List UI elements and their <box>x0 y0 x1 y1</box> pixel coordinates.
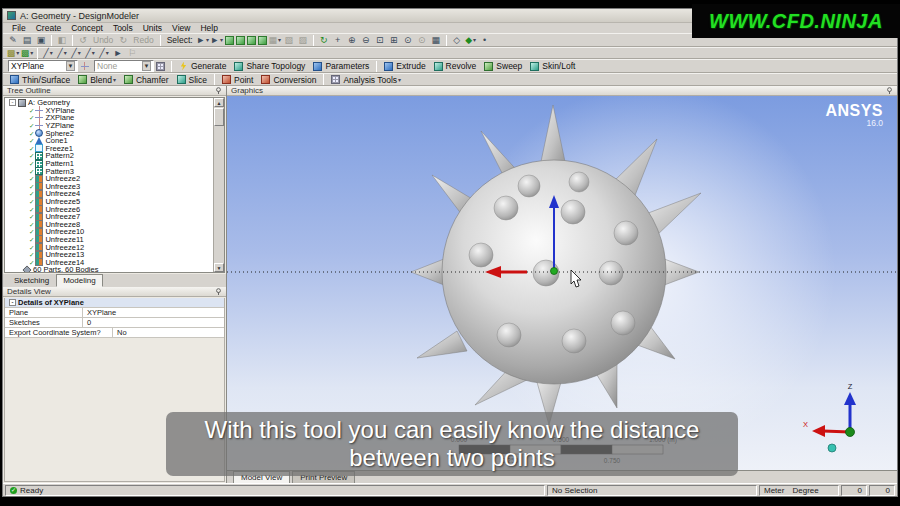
zoom-out-icon[interactable]: ⊖ <box>359 34 373 46</box>
lightning-icon <box>179 62 188 71</box>
status-unit: Meter <box>764 486 784 495</box>
y-axis-ball <box>828 444 836 452</box>
graphics-header: Graphics <box>227 86 897 96</box>
plane-axes-icon[interactable] <box>80 62 89 71</box>
revolve-button[interactable]: Revolve <box>434 61 477 71</box>
details-row[interactable]: Plane XYPlane <box>5 308 224 318</box>
rotate-icon[interactable]: ↻ <box>317 34 331 46</box>
face-color-icon[interactable]: ▩ <box>20 47 34 59</box>
menu-view[interactable]: View <box>167 23 195 33</box>
save-icon[interactable]: ▤ <box>20 34 34 46</box>
box-select-icon[interactable]: ▧ <box>282 34 296 46</box>
undo-icon[interactable]: ↺ <box>76 34 90 46</box>
details-view-header: Details View <box>3 287 226 297</box>
edge-style-5-icon[interactable]: ╱ <box>97 47 111 59</box>
tree-item[interactable]: 60 Parts, 60 Bodies <box>5 266 224 273</box>
parameters-button[interactable]: Parameters <box>313 61 369 71</box>
pan-icon[interactable]: + <box>331 34 345 46</box>
filter-vertex-icon[interactable] <box>225 36 234 45</box>
camera-icon[interactable]: ◧ <box>55 34 69 46</box>
pin-icon[interactable] <box>215 87 222 94</box>
filter-edge-icon[interactable] <box>236 36 245 45</box>
look-at-icon[interactable]: ◇ <box>450 34 464 46</box>
new-sketch-grid-icon[interactable] <box>156 62 165 71</box>
collapse-icon[interactable]: - <box>9 299 16 306</box>
select-label: Select: <box>167 35 193 45</box>
sketch-combobox[interactable]: None ▼ <box>94 60 154 72</box>
previous-view-icon[interactable]: ⊙ <box>415 34 429 46</box>
chevron-down-icon[interactable]: ▼ <box>66 61 75 71</box>
analysis-tools-button[interactable]: Analysis Tools <box>331 75 401 85</box>
slice-button[interactable]: Slice <box>177 75 207 85</box>
conversion-button[interactable]: Conversion <box>261 75 316 85</box>
point-icon <box>222 75 231 84</box>
filter-body-icon[interactable] <box>258 36 267 45</box>
scroll-thumb[interactable] <box>214 108 224 126</box>
extend-selection-icon[interactable]: ▦ <box>268 34 282 46</box>
status-coord-y: 0 <box>869 485 895 496</box>
magnifier-icon[interactable]: ⊙ <box>401 34 415 46</box>
redo-button[interactable]: Redo <box>133 35 153 45</box>
save-all-icon[interactable]: ▣ <box>34 34 48 46</box>
collapse-icon[interactable]: - <box>9 99 16 106</box>
triad-z-label: Z <box>848 382 853 391</box>
plane-combobox[interactable]: XYPlane ▼ <box>8 60 78 72</box>
skin-loft-button[interactable]: Skin/Loft <box>530 61 575 71</box>
undo-button[interactable]: Undo <box>93 35 113 45</box>
menu-file[interactable]: File <box>7 23 31 33</box>
chamfer-button[interactable]: Chamfer <box>124 75 169 85</box>
origin-point <box>551 268 558 275</box>
tab-sketching[interactable]: Sketching <box>7 274 56 287</box>
details-row[interactable]: Export Coordinate System? No <box>5 328 224 338</box>
display-model-icon[interactable]: ◆ <box>464 34 478 46</box>
menu-create[interactable]: Create <box>31 23 67 33</box>
menu-concept[interactable]: Concept <box>66 23 108 33</box>
tree-outline[interactable]: - A: Geometry XYPlane ZXPlane YZPlane Sp… <box>4 97 225 273</box>
menu-help[interactable]: Help <box>195 23 222 33</box>
details-row[interactable]: Sketches 0 <box>5 318 224 328</box>
shading-mode-icon[interactable]: ▩ <box>6 47 20 59</box>
redo-icon[interactable]: ↻ <box>116 34 130 46</box>
toolbar-feature: XYPlane ▼ None ▼ Generate Share Topology… <box>3 59 897 73</box>
display-points-icon[interactable]: • <box>478 34 492 46</box>
scroll-up-icon[interactable]: ▲ <box>214 98 224 107</box>
point-button[interactable]: Point <box>222 75 253 85</box>
select-mode-icon[interactable]: ► <box>196 34 210 46</box>
tab-modeling[interactable]: Modeling <box>56 274 102 287</box>
share-topology-button[interactable]: Share Topology <box>234 61 305 71</box>
lasso-select-icon[interactable]: ▨ <box>296 34 310 46</box>
blend-button[interactable]: Blend <box>78 75 116 85</box>
subtitle-line1: With this tool you can easily know the d… <box>205 416 700 444</box>
revolve-icon <box>434 62 443 71</box>
banner-text: WWW.CFD.NINJA <box>709 10 883 33</box>
zoom-in-icon[interactable]: ⊕ <box>345 34 359 46</box>
chevron-down-icon[interactable]: ▼ <box>142 61 151 71</box>
box-zoom-icon[interactable]: ⊡ <box>373 34 387 46</box>
details-group-row[interactable]: - Details of XYPlane <box>5 298 224 308</box>
zoom-fit-icon[interactable]: ⊞ <box>387 34 401 46</box>
viewports-icon[interactable]: ▦ <box>429 34 443 46</box>
sweep-button[interactable]: Sweep <box>484 61 522 71</box>
chamfer-icon <box>124 75 133 84</box>
extrude-icon <box>384 62 393 71</box>
tree-scrollbar[interactable]: ▲ ▼ <box>213 98 224 272</box>
new-sketch-icon[interactable]: ✎ <box>6 34 20 46</box>
edge-style-3-icon[interactable]: ╱ <box>69 47 83 59</box>
edge-style-1-icon[interactable]: ╱ <box>41 47 55 59</box>
extrude-button[interactable]: Extrude <box>384 61 425 71</box>
tree-outline-header: Tree Outline <box>3 86 226 96</box>
flag-icon[interactable]: ⚐ <box>125 47 139 59</box>
thin-surface-button[interactable]: Thin/Surface <box>10 75 70 85</box>
menu-tools[interactable]: Tools <box>108 23 138 33</box>
select-loop-icon[interactable]: ► <box>210 34 224 46</box>
edge-style-4-icon[interactable]: ╱ <box>83 47 97 59</box>
generate-button[interactable]: Generate <box>179 61 226 71</box>
cursor-icon[interactable]: ► <box>111 47 125 59</box>
filter-face-icon[interactable] <box>247 36 256 45</box>
edge-style-2-icon[interactable]: ╱ <box>55 47 69 59</box>
scroll-down-icon[interactable]: ▼ <box>214 263 224 272</box>
parameters-icon <box>313 62 322 71</box>
pin-icon[interactable] <box>215 288 222 295</box>
pin-icon[interactable] <box>886 87 893 94</box>
menu-units[interactable]: Units <box>138 23 167 33</box>
